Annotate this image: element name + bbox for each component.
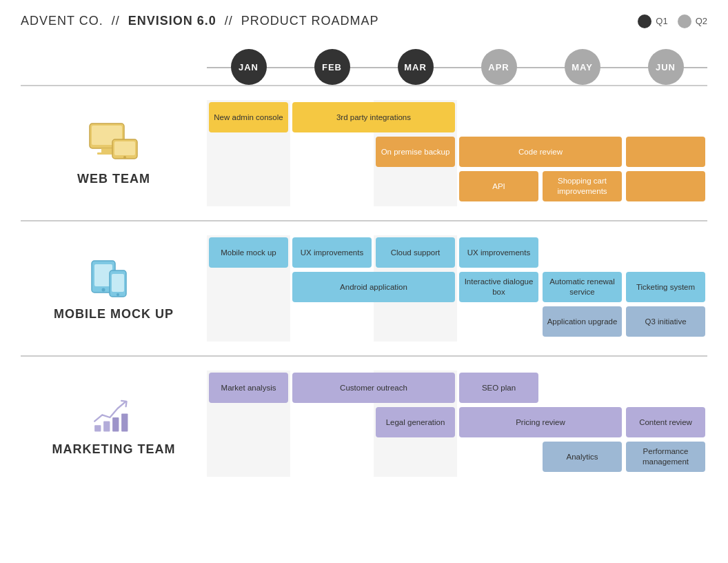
svg-rect-15 xyxy=(112,417,119,431)
cell-mob-2-empty1 xyxy=(207,270,290,304)
cell-mob-3-empty4 xyxy=(457,304,540,339)
cell-mob-1-3: Cloud support xyxy=(374,235,457,270)
marketing-team-name: MARKETING TEAM xyxy=(52,442,176,457)
cell-mob-1-empty5 xyxy=(540,235,624,270)
mobile-icon xyxy=(86,255,141,300)
month-feb: FEB xyxy=(290,49,374,85)
cell-mkt-2-empty2 xyxy=(290,405,374,439)
cell-mob-3-empty1 xyxy=(207,304,290,339)
cell-mob-2-23: Android application xyxy=(290,270,457,304)
card-ux-improvements-2: UX improvements xyxy=(459,237,538,268)
month-circle-mar: MAR xyxy=(398,49,434,85)
month-circle-jan: JAN xyxy=(231,49,267,85)
cell-mkt-2-6: Content review xyxy=(624,405,707,439)
cell-mkt-2-empty1 xyxy=(207,405,290,439)
marketing-team-label: MARKETING TEAM xyxy=(21,371,207,477)
cell-mkt-1-23: Customer outreach xyxy=(290,371,457,405)
header: ADVENT CO. // ENVISION 6.0 // PRODUCT RO… xyxy=(21,14,707,28)
cell-mkt-3-5: Analytics xyxy=(540,439,624,474)
month-circle-feb: FEB xyxy=(314,49,350,85)
card-content-review: Content review xyxy=(626,407,705,437)
svg-rect-11 xyxy=(112,274,124,292)
cell-web-2-empty2 xyxy=(290,135,374,169)
subtitle: PRODUCT ROADMAP xyxy=(241,14,379,28)
card-on-premise: Code review xyxy=(459,137,622,167)
mobile-team-section: MOBILE MOCK UP Mobile mock up UX improve… xyxy=(21,220,707,355)
cell-mob-2-5: Automatic renewal service xyxy=(540,270,624,304)
marketing-team-section: MARKETING TEAM Market analysis Customer … xyxy=(21,355,707,491)
cell-web-2-6 xyxy=(624,135,707,169)
card-cloud-support: Cloud support xyxy=(376,237,455,268)
cell-web-1-empty3 xyxy=(624,100,707,135)
cell-mob-3-empty3 xyxy=(374,304,457,339)
separator2: // xyxy=(225,14,233,28)
svg-rect-14 xyxy=(103,422,110,432)
svg-point-9 xyxy=(102,288,105,292)
card-customer-outreach: Customer outreach xyxy=(292,373,455,403)
card-new-admin: New admin console xyxy=(209,102,288,132)
separator1: // xyxy=(112,14,120,28)
month-mar: MAR xyxy=(374,49,457,85)
cell-mob-3-empty2 xyxy=(290,304,374,339)
q2-label: Q2 xyxy=(696,16,707,26)
cell-web-3-4: API xyxy=(457,169,540,204)
q2-dot xyxy=(678,14,691,28)
web-team-name: WEB TEAM xyxy=(77,172,150,186)
card-app-upgrade: Application upgrade xyxy=(543,306,622,337)
cell-web-2-empty1 xyxy=(207,135,290,169)
cell-mob-3-6: Q3 initiative xyxy=(624,304,707,339)
cell-web-2-3: On premise backup xyxy=(374,135,457,169)
cell-mob-2-4: Interactive dialogue box xyxy=(457,270,540,304)
card-security: On premise backup xyxy=(376,137,455,167)
web-team-label: WEB TEAM xyxy=(21,100,207,206)
cell-mkt-3-empty1 xyxy=(207,439,290,474)
card-legal-generation: Legal generation xyxy=(376,407,455,437)
web-icon xyxy=(86,120,141,165)
cell-mob-1-1: Mobile mock up xyxy=(207,235,290,270)
month-apr: APR xyxy=(457,49,540,85)
cell-web-1-empty1 xyxy=(457,100,540,135)
cell-web-1-1: New admin console xyxy=(207,100,290,135)
month-circle-may: MAY xyxy=(565,49,600,85)
legend: Q1 Q2 xyxy=(638,14,707,28)
cell-web-1-empty2 xyxy=(540,100,624,135)
card-performance-mgmt: Performance management xyxy=(626,442,705,472)
cell-web-3-empty1 xyxy=(207,169,290,204)
legend-q2: Q2 xyxy=(678,14,707,28)
card-auto-renewal: Automatic renewal service xyxy=(543,272,622,302)
cell-web-3-empty2 xyxy=(290,169,374,204)
cell-mob-1-4: UX improvements xyxy=(457,235,540,270)
card-interactive-dialogue: Interactive dialogue box xyxy=(459,272,538,302)
card-self-service: API xyxy=(459,171,538,201)
cell-mkt-3-empty2 xyxy=(290,439,374,474)
mobile-team-name: MOBILE MOCK UP xyxy=(54,307,174,322)
card-seo-plan: SEO plan xyxy=(459,373,538,403)
card-api: Shopping cart improvements xyxy=(543,171,622,201)
card-pricing-review: Pricing review xyxy=(459,407,622,437)
marketing-team-tasks: Market analysis Customer outreach SEO pl… xyxy=(207,371,707,477)
q1-label: Q1 xyxy=(656,16,667,26)
cell-mkt-1-4: SEO plan xyxy=(457,371,540,405)
month-circle-apr: APR xyxy=(481,49,517,85)
month-jun: JUN xyxy=(624,49,707,85)
q1-dot xyxy=(638,14,651,28)
card-ux-improvements-1: UX improvements xyxy=(292,237,372,268)
cell-mob-1-2: UX improvements xyxy=(290,235,374,270)
cell-mkt-2-3: Legal generation xyxy=(374,405,457,439)
marketing-icon xyxy=(86,391,141,435)
card-ticketing-system: Ticketing system xyxy=(626,272,705,302)
card-shopping-cart xyxy=(626,171,705,201)
svg-rect-13 xyxy=(94,425,101,431)
page: ADVENT CO. // ENVISION 6.0 // PRODUCT RO… xyxy=(0,0,728,563)
svg-rect-2 xyxy=(101,148,112,152)
cell-mob-1-empty6 xyxy=(624,235,707,270)
card-3rd-party: 3rd party integrations xyxy=(292,102,455,132)
card-market-analysis: Market analysis xyxy=(209,373,288,403)
page-title: ADVENT CO. // ENVISION 6.0 // PRODUCT RO… xyxy=(21,14,379,28)
cell-web-1-2: 3rd party integrations xyxy=(290,100,457,135)
card-mobile-mockup: Mobile mock up xyxy=(209,237,288,268)
cell-mkt-1-1: Market analysis xyxy=(207,371,290,405)
web-team-tasks: New admin console 3rd party integrations xyxy=(207,100,707,206)
card-code-review xyxy=(626,137,705,167)
card-q3-initiative: Q3 initiative xyxy=(626,306,705,337)
